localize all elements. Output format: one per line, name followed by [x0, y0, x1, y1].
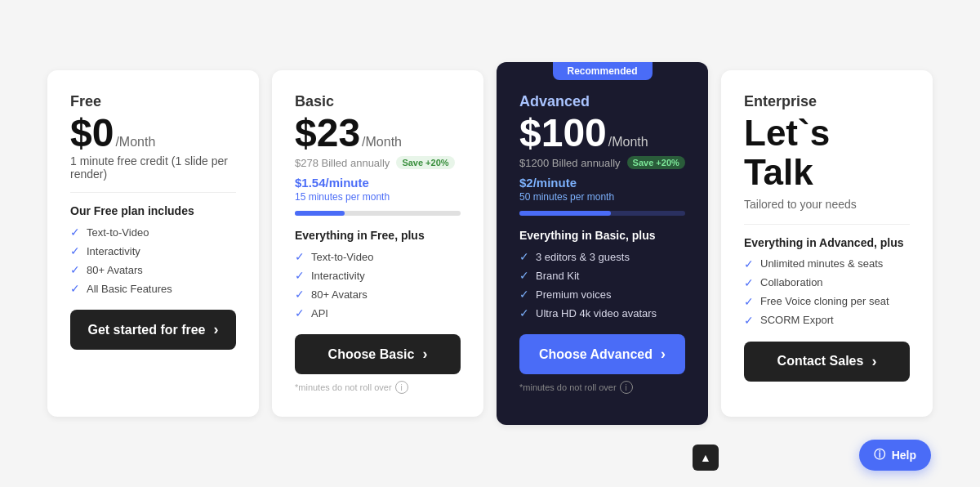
- save-badge-advanced: Save +20%: [627, 156, 685, 169]
- save-badge-basic: Save +20%: [396, 156, 454, 169]
- help-label: Help: [892, 449, 916, 462]
- feature-label: 3 editors & 3 guests: [536, 251, 630, 263]
- price-suffix-basic: /Month: [362, 135, 402, 150]
- contact-sales-button[interactable]: Contact Sales ›: [744, 342, 910, 382]
- arrow-icon: ›: [871, 353, 876, 370]
- footnote-text-basic: *minutes do not roll over: [295, 382, 392, 392]
- check-icon: ✓: [744, 314, 754, 327]
- feature-label: Free Voice cloning per seat: [760, 295, 889, 307]
- feature-label: Interactivity: [311, 270, 365, 282]
- plan-name-free: Free: [70, 93, 236, 110]
- feature-label: Brand Kit: [536, 270, 579, 282]
- plan-name-basic: Basic: [295, 93, 461, 110]
- feature-label: Collaboration: [760, 276, 823, 288]
- list-item: ✓Text-to-Video: [295, 250, 461, 263]
- plan-card-advanced: Recommended Advanced $100 /Month $1200 B…: [497, 62, 708, 425]
- feature-label: Text-to-Video: [311, 251, 373, 263]
- choose-basic-button[interactable]: Choose Basic ›: [295, 334, 461, 374]
- list-item: ✓Free Voice cloning per seat: [744, 295, 910, 308]
- cta-label-free: Get started for free: [87, 323, 205, 337]
- enterprise-tagline: Tailored to your needs: [744, 198, 910, 211]
- feature-label: API: [311, 307, 328, 319]
- enterprise-big-title: Let`s Talk: [744, 114, 910, 193]
- pricing-container: Free $0 /Month 1 minute free credit (1 s…: [41, 70, 939, 417]
- list-item: ✓Interactivity: [70, 244, 236, 257]
- list-item: ✓Unlimited minutes & seats: [744, 257, 910, 270]
- feature-label: 80+ Avatars: [311, 288, 368, 301]
- check-icon: ✓: [519, 269, 529, 282]
- info-icon-advanced[interactable]: i: [620, 381, 633, 394]
- price-suffix-free: /Month: [115, 135, 155, 150]
- list-item: ✓Interactivity: [295, 269, 461, 282]
- list-item: ✓3 editors & 3 guests: [519, 250, 685, 263]
- info-icon-basic[interactable]: i: [395, 381, 408, 394]
- section-title-free: Our Free plan includes: [70, 204, 236, 217]
- get-started-free-button[interactable]: Get started for free ›: [70, 310, 236, 350]
- scroll-up-icon: ▲: [700, 451, 711, 464]
- feature-label: Ultra HD 4k video avatars: [536, 307, 657, 319]
- check-icon: ✓: [70, 226, 80, 239]
- check-icon: ✓: [295, 269, 305, 282]
- feature-label: Interactivity: [87, 245, 140, 257]
- billed-row-basic: $278 Billed annually Save +20%: [295, 156, 461, 169]
- per-minute-advanced: $2/minute: [519, 176, 685, 190]
- check-icon: ✓: [744, 276, 754, 289]
- feature-label: Unlimited minutes & seats: [760, 257, 883, 270]
- cta-label-basic: Choose Basic: [328, 347, 415, 362]
- plan-name-advanced: Advanced: [519, 93, 685, 110]
- section-title-basic: Everything in Free, plus: [295, 229, 461, 242]
- feature-label: SCORM Export: [760, 314, 834, 326]
- feature-label: Premium voices: [536, 288, 611, 301]
- arrow-icon: ›: [422, 346, 427, 363]
- feature-list-basic: ✓Text-to-Video ✓Interactivity ✓80+ Avata…: [295, 250, 461, 319]
- check-icon: ✓: [519, 288, 529, 301]
- cta-label-enterprise: Contact Sales: [777, 354, 864, 369]
- price-basic: $23: [295, 114, 360, 153]
- list-item: ✓Text-to-Video: [70, 226, 236, 239]
- section-title-enterprise: Everything in Advanced, plus: [744, 236, 910, 249]
- billed-row-advanced: $1200 Billed annually Save +20%: [519, 156, 685, 169]
- plan-card-basic: Basic $23 /Month $278 Billed annually Sa…: [272, 70, 483, 417]
- list-item: ✓Premium voices: [519, 288, 685, 301]
- price-row-advanced: $100 /Month: [519, 114, 685, 153]
- list-item: ✓80+ Avatars: [70, 263, 236, 276]
- section-title-advanced: Everything in Basic, plus: [519, 229, 685, 242]
- progress-bar-container-basic: [295, 211, 461, 216]
- progress-bar-basic: [295, 211, 345, 216]
- enterprise-title-line2: Talk: [744, 152, 813, 192]
- progress-bar-advanced: [519, 211, 611, 216]
- list-item: ✓Collaboration: [744, 276, 910, 289]
- check-icon: ✓: [519, 306, 529, 319]
- footnote-advanced: *minutes do not roll over i: [519, 381, 685, 394]
- cta-label-advanced: Choose Advanced: [539, 347, 653, 362]
- arrow-icon: ›: [214, 321, 219, 338]
- help-circle-icon: ⓘ: [874, 448, 885, 462]
- divider-enterprise: [744, 224, 910, 225]
- per-month-note-advanced: 50 minutes per month: [519, 191, 685, 203]
- check-icon: ✓: [744, 257, 754, 270]
- check-icon: ✓: [744, 295, 754, 308]
- price-suffix-advanced: /Month: [608, 135, 648, 150]
- arrow-icon: ›: [661, 346, 666, 363]
- check-icon: ✓: [295, 250, 305, 263]
- list-item: ✓All Basic Features: [70, 282, 236, 295]
- list-item: ✓SCORM Export: [744, 314, 910, 327]
- check-icon: ✓: [70, 263, 80, 276]
- billed-text-advanced: $1200 Billed annually: [519, 157, 621, 169]
- billed-text-basic: $278 Billed annually: [295, 157, 390, 169]
- check-icon: ✓: [519, 250, 529, 263]
- help-button[interactable]: ⓘ Help: [859, 440, 931, 471]
- feature-list-advanced: ✓3 editors & 3 guests ✓Brand Kit ✓Premiu…: [519, 250, 685, 319]
- feature-label: All Basic Features: [87, 283, 172, 295]
- check-icon: ✓: [295, 306, 305, 319]
- scroll-top-button[interactable]: ▲: [693, 445, 719, 471]
- choose-advanced-button[interactable]: Choose Advanced ›: [519, 334, 685, 374]
- list-item: ✓80+ Avatars: [295, 288, 461, 301]
- price-free: $0: [70, 114, 114, 153]
- per-month-note-basic: 15 minutes per month: [295, 191, 461, 203]
- plan-card-enterprise: Enterprise Let`s Talk Tailored to your n…: [721, 70, 933, 417]
- enterprise-title-line1: Let`s: [744, 113, 830, 153]
- credit-note-free: 1 minute free credit (1 slide per render…: [70, 154, 236, 181]
- progress-bar-container-advanced: [519, 211, 685, 216]
- recommended-badge: Recommended: [552, 62, 652, 80]
